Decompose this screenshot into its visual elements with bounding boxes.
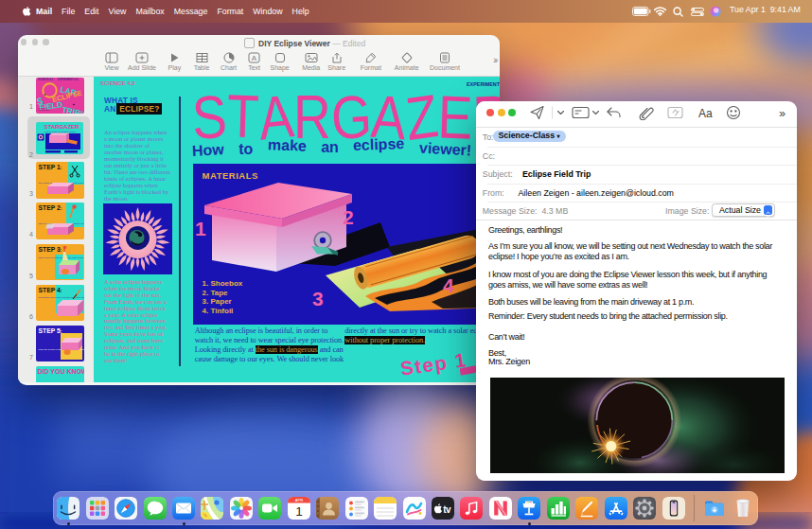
- svg-text:tv: tv: [443, 504, 451, 515]
- svg-text:1: 1: [295, 504, 303, 519]
- svg-text:1: 1: [195, 218, 206, 239]
- svg-text:Aa: Aa: [698, 107, 713, 120]
- svg-text:3: 3: [312, 288, 324, 309]
- svg-text:APR: APR: [294, 498, 303, 503]
- svg-text:2: 2: [343, 206, 354, 228]
- svg-text:TRIP!: TRIP!: [61, 104, 83, 114]
- svg-text:››: ››: [779, 106, 786, 120]
- svg-text:A: A: [252, 54, 257, 62]
- svg-text:4: 4: [443, 274, 454, 296]
